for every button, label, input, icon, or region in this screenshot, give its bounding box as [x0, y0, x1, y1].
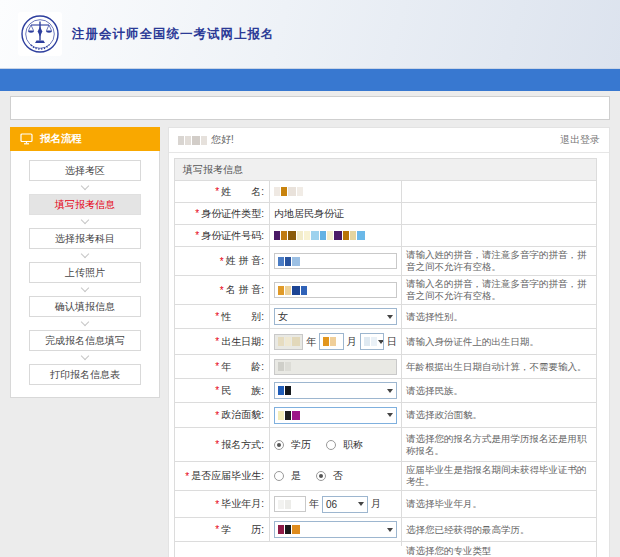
- name-value-redacted: [274, 187, 304, 196]
- pinyin-last-hint: 请输入姓的拼音，请注意多音字的拼音，拼音之间不允许有空格。: [402, 247, 596, 275]
- radio-graduate-yes[interactable]: [274, 471, 284, 481]
- education-level-redacted: [278, 525, 301, 534]
- sidebar-step-select-subjects[interactable]: 选择报考科目: [29, 228, 141, 249]
- chevron-down-icon: [81, 317, 89, 325]
- pinyin-last-label: * 姓 拼 音:: [175, 247, 270, 275]
- birth-month-select[interactable]: [319, 333, 343, 350]
- site-header: 注册会计师全国统一考试网上报名: [0, 0, 620, 68]
- graduation-year-redacted: [278, 500, 292, 509]
- required-asterisk: *: [215, 311, 219, 322]
- name-hint: [402, 181, 596, 202]
- required-asterisk: *: [220, 256, 224, 267]
- age-redacted: [278, 362, 292, 371]
- chevron-down-icon: [81, 283, 89, 291]
- main-nav-bar: [0, 68, 620, 91]
- political-status-select[interactable]: [274, 407, 397, 424]
- id-number-hint: [402, 225, 596, 246]
- form-row-age: * 年 龄: 年龄根据出生日期自动计算，不需要输入。: [174, 355, 597, 379]
- unit-month: 月: [347, 335, 357, 349]
- radio-method-title[interactable]: [326, 440, 336, 450]
- fresh-graduate-label: * 是否应届毕业生:: [175, 462, 270, 490]
- age-hint: 年龄根据出生日期自动计算，不需要输入。: [402, 355, 596, 378]
- required-asterisk: *: [195, 208, 199, 219]
- chevron-down-icon: [81, 181, 89, 189]
- gender-select[interactable]: 女: [274, 308, 397, 325]
- dropdown-arrow-icon: [378, 340, 384, 344]
- registration-form: 填写报考信息 * 姓 名: * 身份证件类型: 内地居民身: [169, 153, 609, 557]
- required-asterisk: *: [215, 186, 219, 197]
- menu-strip: [10, 96, 610, 120]
- radio-method-education[interactable]: [274, 440, 284, 450]
- form-row-partial: 请选择您的专业类型: [174, 542, 597, 557]
- flow-header-title: 报名流程: [40, 132, 82, 146]
- unit-year: 年: [306, 335, 316, 349]
- radio-graduate-no[interactable]: [316, 471, 326, 481]
- education-level-select[interactable]: [274, 521, 397, 538]
- fresh-graduate-hint: 应届毕业生是指报名期间未获得毕业证书的考生。: [402, 462, 596, 490]
- monitor-icon: [20, 133, 33, 145]
- pinyin-last-input[interactable]: [274, 253, 397, 269]
- form-row-fresh-graduate: * 是否应届毕业生: 是 否 应届毕业生是指报名期间未获得毕业证书的考生。: [174, 462, 597, 491]
- birth-year-input[interactable]: [274, 334, 303, 350]
- radio-graduate-no-label: 否: [333, 469, 343, 483]
- age-label: * 年 龄:: [175, 355, 270, 378]
- education-level-label: * 学 历:: [175, 518, 270, 541]
- pinyin-first-hint: 请输入名的拼音，请注意多音字的拼音，拼音之间不允许有空格。: [402, 276, 596, 304]
- graduation-month-select[interactable]: 06: [322, 496, 368, 513]
- birth-day-redacted: [364, 337, 378, 346]
- sidebar-step-confirm-info[interactable]: 确认填报信息: [29, 296, 141, 317]
- required-asterisk: *: [215, 336, 219, 347]
- radio-method-title-label: 职称: [343, 438, 363, 452]
- sidebar-step-upload-photo[interactable]: 上传照片: [29, 262, 141, 283]
- birth-day-select[interactable]: [360, 333, 384, 350]
- pinyin-first-input[interactable]: [274, 282, 397, 298]
- required-asterisk: *: [220, 285, 224, 296]
- birth-month-redacted: [323, 337, 337, 346]
- dropdown-arrow-icon: [387, 528, 393, 532]
- section-header: 填写报考信息: [174, 158, 597, 181]
- education-level-hint: 选择您已经获得的最高学历。: [402, 518, 596, 541]
- main-panel: 您好! 退出登录 填写报考信息 * 姓 名: * 身份: [168, 127, 610, 557]
- sidebar-step-complete-registration[interactable]: 完成报名信息填写: [29, 330, 141, 351]
- political-status-label: * 政治面貌:: [175, 403, 270, 427]
- age-input: [274, 359, 397, 375]
- id-type-label: * 身份证件类型:: [175, 203, 270, 224]
- required-asterisk: *: [215, 524, 219, 535]
- content-area: 报名流程 选择考区 填写报考信息 选择报考科目 上传照片 确认填报信息 完成报名…: [0, 120, 620, 557]
- unit-month: 月: [371, 497, 381, 511]
- registration-flow-sidebar: 报名流程 选择考区 填写报考信息 选择报考科目 上传照片 确认填报信息 完成报名…: [10, 127, 160, 398]
- sidebar-step-print-form[interactable]: 打印报名信息表: [29, 364, 141, 385]
- registration-method-label: * 报名方式:: [175, 428, 270, 461]
- form-row-id-type: * 身份证件类型: 内地居民身份证: [174, 203, 597, 225]
- logout-link[interactable]: 退出登录: [560, 133, 600, 147]
- sidebar-step-fill-registration-info[interactable]: 填写报考信息: [29, 194, 141, 215]
- registration-method-hint: 请选择您的报名方式是用学历报名还是用职称报名。: [402, 428, 596, 461]
- graduation-year-input[interactable]: [274, 496, 306, 512]
- ethnicity-select[interactable]: [274, 382, 397, 399]
- flow-panel: 选择考区 填写报考信息 选择报考科目 上传照片 确认填报信息 完成报名信息填写 …: [10, 151, 160, 398]
- greeting-bar: 您好! 退出登录: [169, 128, 609, 153]
- site-title: 注册会计师全国统一考试网上报名: [72, 26, 275, 43]
- chevron-down-icon: [81, 215, 89, 223]
- cpa-emblem-icon: [20, 14, 60, 54]
- ethnicity-label: * 民 族:: [175, 379, 270, 402]
- required-asterisk: *: [215, 439, 219, 450]
- cpa-logo: [18, 12, 62, 56]
- unit-year: 年: [309, 497, 319, 511]
- required-asterisk: *: [195, 230, 199, 241]
- pinyin-first-redacted: [278, 286, 308, 295]
- graduation-date-label: * 毕业年月:: [175, 491, 270, 517]
- form-row-birth-date: * 出生日期: 年 月 日: [174, 329, 597, 355]
- id-number-label: * 身份证件号码:: [175, 225, 270, 246]
- birth-year-redacted: [278, 337, 301, 346]
- required-asterisk: *: [185, 471, 189, 482]
- birth-date-label: * 出生日期:: [175, 329, 270, 354]
- id-type-hint: [402, 203, 596, 224]
- flow-header: 报名流程: [10, 127, 160, 151]
- gender-label: * 性 别:: [175, 305, 270, 328]
- form-row-id-number: * 身份证件号码:: [174, 225, 597, 247]
- form-row-gender: * 性 别: 女 请选择性别。: [174, 305, 597, 329]
- sidebar-step-select-exam-area[interactable]: 选择考区: [29, 160, 141, 181]
- pinyin-last-redacted: [278, 257, 301, 266]
- dropdown-arrow-icon: [358, 502, 364, 506]
